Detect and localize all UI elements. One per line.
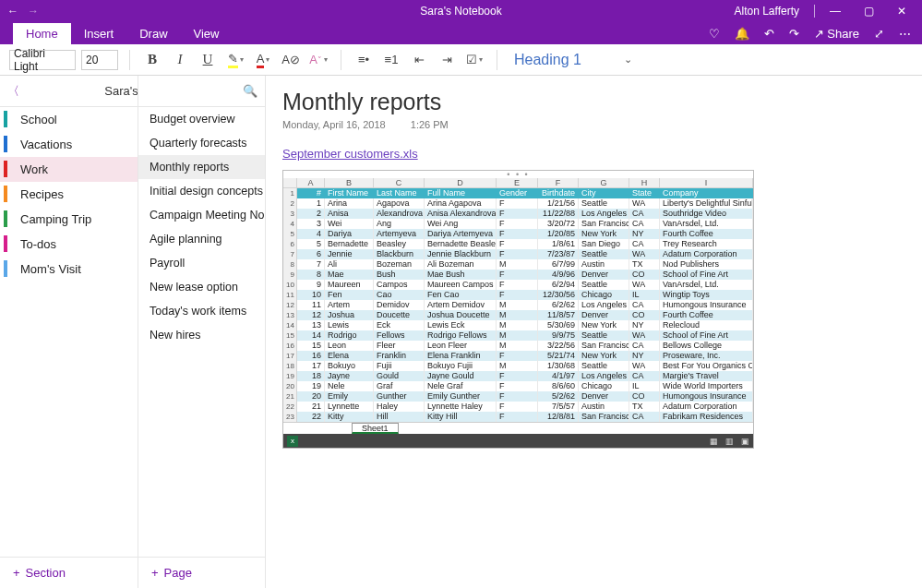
numbering-button[interactable]: ≡1 — [380, 49, 402, 71]
col-header[interactable]: B — [325, 178, 374, 188]
cell[interactable]: Company — [660, 188, 753, 198]
cell[interactable]: State — [629, 188, 660, 198]
notebook-name[interactable]: Sara's Notebook — [104, 84, 138, 98]
cell[interactable]: 22 — [297, 412, 325, 422]
cell[interactable]: Lynnette Haley — [425, 402, 497, 412]
cell[interactable]: Fellows — [374, 330, 425, 341]
notifications-icon[interactable]: 🔔 — [735, 27, 749, 41]
back-arrow-icon[interactable]: ← — [7, 5, 18, 18]
table-row[interactable]: 1312JoshuaDoucetteJoshua DoucetteM11/8/5… — [283, 310, 753, 320]
cell[interactable]: F — [497, 381, 538, 391]
cell[interactable]: Austin — [579, 259, 629, 270]
table-row[interactable]: 109MaureenCamposMaureen CamposF6/2/94Sea… — [283, 280, 753, 290]
table-row[interactable]: 1211ArtemDemidovArtem DemidovM6/2/62Los … — [283, 300, 753, 310]
add-page-button[interactable]: +Page — [138, 557, 265, 588]
table-row[interactable]: 98MaeBushMae BushF4/9/96DenverCOSchool o… — [283, 270, 753, 280]
cell[interactable]: Graf — [374, 381, 425, 391]
cell[interactable]: 7/5/57 — [538, 402, 579, 412]
excel-icon[interactable]: x — [287, 436, 298, 447]
section-item[interactable]: Recipes — [0, 182, 138, 207]
cell[interactable]: 5/21/74 — [538, 351, 579, 361]
cell[interactable]: Lewis Eck — [425, 320, 497, 330]
cell[interactable]: VanArsdel, Ltd. — [660, 219, 753, 229]
close-button[interactable]: ✕ — [889, 5, 915, 18]
cell[interactable]: 19 — [297, 381, 325, 391]
add-section-button[interactable]: +Section — [0, 557, 138, 588]
cell[interactable]: Bokuyo — [325, 361, 374, 371]
cell[interactable]: Eck — [374, 320, 425, 330]
cell[interactable]: Fleer — [374, 341, 425, 351]
col-header[interactable]: A — [297, 178, 325, 188]
cell[interactable]: Anisa — [325, 209, 374, 219]
cell[interactable]: 9/9/75 — [538, 330, 579, 341]
cell[interactable]: 6/2/62 — [538, 300, 579, 310]
cell[interactable]: Doucette — [374, 310, 425, 320]
cell[interactable]: M — [497, 361, 538, 371]
cell[interactable]: Lewis — [325, 320, 374, 330]
row-label[interactable]: 20 — [283, 381, 297, 391]
section-item[interactable]: Mom's Visit — [0, 257, 138, 282]
cell[interactable]: 7 — [297, 259, 325, 270]
row-label[interactable]: 21 — [283, 391, 297, 402]
cell[interactable]: Kitty — [325, 412, 374, 422]
page-item[interactable]: Today's work items — [138, 299, 265, 323]
table-row[interactable]: 1#First NameLast NameFull NameGenderBirt… — [283, 188, 753, 198]
cell[interactable]: 8/6/60 — [538, 381, 579, 391]
cell[interactable]: Cao — [374, 290, 425, 300]
cell[interactable]: CO — [629, 310, 660, 320]
table-row[interactable]: 1514RodrigoFellowsRodrigo FellowsM9/9/75… — [283, 330, 753, 341]
lightbulb-icon[interactable]: ♡ — [709, 27, 720, 41]
cell[interactable]: Adatum Corporation — [660, 249, 753, 259]
tab-home[interactable]: Home — [13, 23, 71, 44]
cell[interactable]: Chicago — [579, 381, 629, 391]
cell[interactable]: Relecloud — [660, 320, 753, 330]
cell[interactable]: Elena Franklin — [425, 351, 497, 361]
cell[interactable]: 1/8/61 — [538, 239, 579, 249]
section-item[interactable]: Camping Trip — [0, 207, 138, 232]
cell[interactable]: M — [497, 300, 538, 310]
cell[interactable]: NY — [629, 320, 660, 330]
row-label[interactable]: 3 — [283, 209, 297, 219]
cell[interactable]: WA — [629, 198, 660, 209]
cell[interactable]: Mae Bush — [425, 270, 497, 280]
cell[interactable]: F — [497, 371, 538, 381]
cell[interactable]: Joshua Doucette — [425, 310, 497, 320]
page-item[interactable]: Agile planning — [138, 227, 265, 251]
cell[interactable]: Leon — [325, 341, 374, 351]
cell[interactable]: CA — [629, 341, 660, 351]
cell[interactable]: Fabrikam Residences — [660, 412, 753, 422]
cell[interactable]: Demidov — [374, 300, 425, 310]
cell[interactable]: Artem — [325, 300, 374, 310]
cell[interactable]: CA — [629, 239, 660, 249]
font-size-selector[interactable]: 20 — [81, 50, 118, 70]
share-button[interactable]: ↗ Share — [814, 27, 859, 41]
cell[interactable]: Dariya — [325, 229, 374, 239]
cell[interactable]: School of Fine Art — [660, 270, 753, 280]
cell[interactable]: Rodrigo Fellows — [425, 330, 497, 341]
col-header[interactable]: E — [497, 178, 538, 188]
row-label[interactable]: 6 — [283, 239, 297, 249]
table-row[interactable]: 1817BokuyoFujiiBokuyo FujiiM1/30/68Seatt… — [283, 361, 753, 371]
cell[interactable]: Kitty Hill — [425, 412, 497, 422]
cell[interactable]: 12/8/81 — [538, 412, 579, 422]
cell[interactable]: Campos — [374, 280, 425, 290]
page-item[interactable]: Budget overview — [138, 107, 265, 131]
cell[interactable]: New York — [579, 229, 629, 239]
section-item[interactable]: Vacations — [0, 132, 138, 157]
font-selector[interactable]: Calibri Light — [9, 50, 76, 70]
section-item[interactable]: School — [0, 107, 138, 132]
page-item[interactable]: Quarterly forecasts — [138, 131, 265, 155]
cell[interactable]: Emily — [325, 391, 374, 402]
cell[interactable]: Hill — [374, 412, 425, 422]
cell[interactable]: Fen Cao — [425, 290, 497, 300]
cell[interactable]: Wingtip Toys — [660, 290, 753, 300]
cell[interactable]: New York — [579, 320, 629, 330]
cell[interactable]: 11 — [297, 300, 325, 310]
cell[interactable]: Austin — [579, 402, 629, 412]
cell[interactable]: Margie's Travel — [660, 371, 753, 381]
cell[interactable]: 5/2/62 — [538, 391, 579, 402]
section-item[interactable]: To-dos — [0, 232, 138, 257]
cell[interactable]: Emily Gunther — [425, 391, 497, 402]
cell[interactable]: Liberty's Delightful Sinful — [660, 198, 753, 209]
cell[interactable]: WA — [629, 249, 660, 259]
